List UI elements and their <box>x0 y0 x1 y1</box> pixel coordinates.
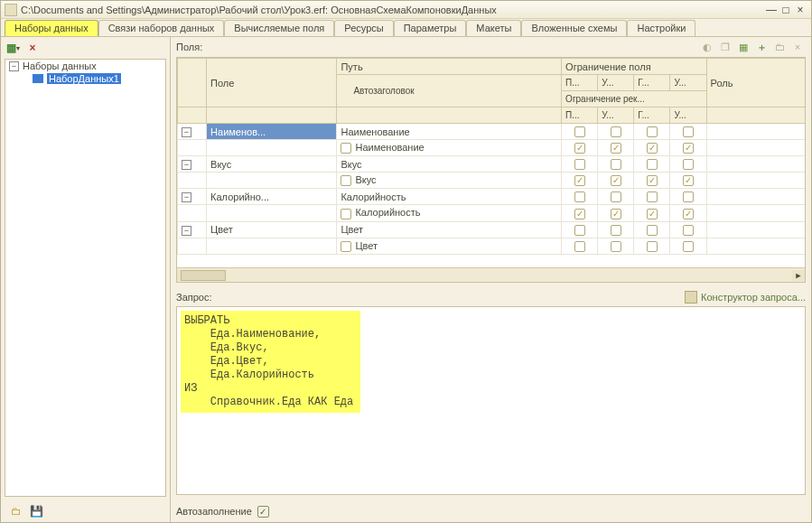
tab-params[interactable]: Параметры <box>394 20 467 36</box>
checkbox[interactable] <box>574 241 585 252</box>
row-collapse-icon[interactable]: − <box>182 127 191 137</box>
col-role[interactable]: Роль <box>706 59 805 107</box>
checkbox[interactable] <box>647 143 658 154</box>
tree-item-dataset1[interactable]: НаборДанных1 <box>5 72 165 85</box>
checkbox[interactable] <box>611 143 621 154</box>
maximize-button[interactable]: □ <box>779 4 793 16</box>
checkbox[interactable] <box>611 191 621 202</box>
cell-field[interactable]: Калорийно... <box>207 189 337 205</box>
checkbox[interactable] <box>611 225 621 236</box>
dataset-tree[interactable]: − Наборы данных НаборДанных1 <box>5 59 166 497</box>
cell-autotitle[interactable]: Калорийность <box>337 205 562 221</box>
table-subrow[interactable]: Цвет <box>178 238 806 254</box>
col-restrict-req[interactable]: Ограничение рек... <box>562 91 706 107</box>
checkbox[interactable] <box>611 159 621 170</box>
checkbox[interactable] <box>574 175 585 186</box>
table-row[interactable]: −Калорийно...Калорийность <box>178 189 806 205</box>
checkbox[interactable] <box>683 191 694 202</box>
checkbox[interactable] <box>647 241 658 252</box>
minimize-button[interactable]: — <box>764 4 779 16</box>
checkbox[interactable] <box>647 175 658 186</box>
open-folder-button[interactable]: 🗀 <box>8 503 24 519</box>
checkbox[interactable] <box>574 126 585 137</box>
checkbox[interactable] <box>683 126 694 137</box>
tree-root[interactable]: − Наборы данных <box>5 60 165 72</box>
tab-layouts[interactable]: Макеты <box>466 20 521 36</box>
table-row[interactable]: −ЦветЦвет <box>178 221 806 238</box>
fields-btn-6[interactable]: × <box>789 39 806 55</box>
checkbox[interactable] <box>574 191 585 202</box>
scroll-thumb[interactable] <box>181 270 226 281</box>
checkbox[interactable] <box>341 241 351 252</box>
save-button[interactable]: 💾 <box>28 503 44 519</box>
fields-btn-4[interactable]: ＋ <box>753 39 770 55</box>
checkbox[interactable] <box>574 143 585 154</box>
col-restrict-field[interactable]: Ограничение поля <box>562 59 706 75</box>
add-dataset-button[interactable]: ▦▾ <box>5 40 21 56</box>
checkbox[interactable] <box>647 191 658 202</box>
cell-path[interactable]: Калорийность <box>337 189 562 205</box>
row-collapse-icon[interactable]: − <box>182 192 191 202</box>
tab-calc-fields[interactable]: Вычисляемые поля <box>224 20 334 36</box>
checkbox[interactable] <box>611 241 621 252</box>
tab-resources[interactable]: Ресурсы <box>334 20 393 36</box>
table-row[interactable]: −ВкусВкус <box>178 156 806 173</box>
checkbox[interactable] <box>341 175 351 186</box>
row-collapse-icon[interactable]: − <box>182 226 191 236</box>
col-path[interactable]: Путь <box>337 59 562 75</box>
checkbox[interactable] <box>574 209 585 219</box>
checkbox[interactable] <box>647 126 658 137</box>
cell-path[interactable]: Вкус <box>337 156 562 173</box>
table-subrow[interactable]: Наименование <box>178 140 806 156</box>
tab-datasets[interactable]: Наборы данных <box>5 20 98 36</box>
close-button[interactable]: × <box>793 4 807 16</box>
cell-field[interactable]: Вкус <box>207 156 337 173</box>
col-autotitle[interactable]: Автозаголовок <box>337 75 562 107</box>
checkbox[interactable] <box>647 159 658 170</box>
checkbox[interactable] <box>683 209 694 219</box>
grid-h-scrollbar[interactable]: ◄ ► <box>177 267 805 282</box>
fields-btn-3[interactable]: ▦ <box>735 39 751 55</box>
x-icon: × <box>29 42 35 54</box>
cell-field[interactable]: Цвет <box>207 221 337 238</box>
cell-field[interactable]: Наименов... <box>207 124 337 140</box>
checkbox[interactable] <box>611 175 621 186</box>
checkbox[interactable] <box>647 209 658 219</box>
query-builder-button[interactable]: Конструктор запроса... <box>685 291 806 304</box>
cell-autotitle[interactable]: Цвет <box>337 238 562 254</box>
tab-links[interactable]: Связи наборов данных <box>98 20 225 36</box>
checkbox[interactable] <box>574 225 585 236</box>
checkbox[interactable] <box>683 241 694 252</box>
fields-grid[interactable]: Поле Путь Ограничение поля Роль Выражени… <box>176 57 806 283</box>
table-row[interactable]: −Наименов...Наименование <box>178 124 806 140</box>
checkbox[interactable] <box>683 175 694 186</box>
table-subrow[interactable]: Калорийность <box>178 205 806 221</box>
col-field[interactable]: Поле <box>207 59 337 107</box>
cell-path[interactable]: Наименование <box>337 124 562 140</box>
checkbox[interactable] <box>341 143 351 154</box>
tab-nested[interactable]: Вложенные схемы <box>521 20 627 36</box>
fields-btn-5[interactable]: 🗀 <box>771 39 788 55</box>
cell-path[interactable]: Цвет <box>337 221 562 238</box>
checkbox[interactable] <box>611 209 621 219</box>
cell-autotitle[interactable]: Наименование <box>337 140 562 156</box>
checkbox[interactable] <box>683 225 694 236</box>
checkbox[interactable] <box>647 225 658 236</box>
checkbox[interactable] <box>683 159 694 170</box>
delete-dataset-button[interactable]: × <box>24 40 41 56</box>
autofill-checkbox[interactable]: ✓ <box>257 506 269 518</box>
checkbox[interactable] <box>341 209 351 219</box>
cell-autotitle[interactable]: Вкус <box>337 173 562 189</box>
checkbox[interactable] <box>611 126 621 137</box>
table-subrow[interactable]: Вкус <box>178 173 806 189</box>
fields-btn-2[interactable]: ❐ <box>717 39 733 55</box>
tab-settings[interactable]: Настройки <box>627 20 695 36</box>
row-collapse-icon[interactable]: − <box>182 160 191 170</box>
scroll-right-icon[interactable]: ► <box>792 270 805 281</box>
folder-icon: 🗀 <box>775 42 785 52</box>
fields-btn-1[interactable]: ◐ <box>699 39 715 55</box>
collapse-icon[interactable]: − <box>9 61 19 71</box>
query-editor[interactable]: ВЫБРАТЬ Еда.Наименование, Еда.Вкус, Еда.… <box>176 306 806 495</box>
checkbox[interactable] <box>683 143 694 154</box>
checkbox[interactable] <box>574 159 585 170</box>
